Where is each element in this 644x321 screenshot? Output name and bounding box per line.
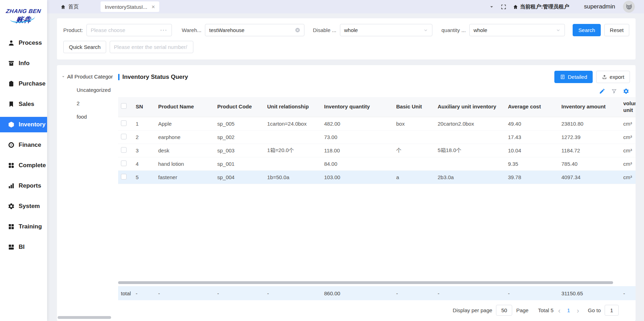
reset-button[interactable]: Reset <box>604 24 629 36</box>
row-checkbox-cell <box>118 144 133 157</box>
sidebar-item-purchase[interactable]: Purchase <box>0 76 47 92</box>
column-header[interactable]: Inventory quantity <box>321 97 393 117</box>
table-cell: 1184.72 <box>559 144 620 157</box>
sidebar-item-bi[interactable]: BI <box>0 239 47 255</box>
inventory-icon <box>8 121 15 128</box>
table-cell: 1箱=20.0个 <box>264 144 321 157</box>
disable-value: whole <box>344 27 421 33</box>
prev-page-button[interactable]: ‹ <box>558 307 561 314</box>
page-size-input[interactable] <box>496 305 512 316</box>
table-row[interactable]: 3desksp_0031箱=20.0个118.00个5箱18.0个10.0411… <box>118 144 636 157</box>
row-checkbox[interactable] <box>121 160 127 166</box>
clear-icon[interactable] <box>295 27 300 33</box>
table-cell: 2 <box>133 130 155 144</box>
page-title: Inventory Status Query <box>122 74 188 81</box>
sidebar-item-training[interactable]: Training <box>0 219 47 234</box>
tabs-dropdown-caret-icon[interactable] <box>489 4 494 10</box>
table-cell: 23810.80 <box>559 117 620 130</box>
info-icon <box>8 60 15 67</box>
tree-horizontal-scrollbar[interactable] <box>58 316 111 319</box>
column-header[interactable]: Product Name <box>155 97 214 117</box>
export-button[interactable]: export <box>596 71 630 83</box>
next-page-button[interactable]: › <box>576 307 580 314</box>
app-logo[interactable]: ZHANG BEN 账犇 <box>0 0 47 32</box>
table-row[interactable]: 1Applesp_0051carton=24.0box482.00box20ca… <box>118 117 636 130</box>
table-cell: 1 <box>133 117 155 130</box>
table-cell: 20carton2.0box <box>435 117 505 130</box>
table-cell: box <box>393 117 435 130</box>
total-cell: - <box>133 286 155 300</box>
chevron-down-icon <box>423 28 428 33</box>
filter-funnel-icon[interactable] <box>611 88 617 94</box>
total-cell: - <box>505 286 559 300</box>
table-cell: 785.40 <box>559 157 620 170</box>
sidebar-item-system[interactable]: System <box>0 199 47 214</box>
tree-item[interactable]: 2 <box>77 100 115 106</box>
current-page-button[interactable]: 1 <box>565 307 572 313</box>
total-cell: - <box>264 286 321 300</box>
sidebar-item-inventory[interactable]: Inventory <box>0 117 47 132</box>
table-cell: desk <box>155 144 214 157</box>
scrollbar-thumb[interactable] <box>118 281 613 284</box>
disable-label: Disable ... <box>313 27 336 33</box>
table-cell: 5 <box>133 170 155 184</box>
goto-page-input[interactable] <box>605 305 619 316</box>
table-cell: 482.00 <box>321 117 393 130</box>
sidebar-item-info[interactable]: Info <box>0 56 47 71</box>
ellipsis-icon[interactable]: ··· <box>160 27 168 33</box>
sidebar-item-finance[interactable]: Finance <box>0 137 47 153</box>
column-header[interactable]: Basic Unit <box>393 97 435 117</box>
row-checkbox[interactable] <box>121 120 127 126</box>
detailed-button[interactable]: Detailed <box>554 71 593 83</box>
sidebar-item-sales[interactable]: Sales <box>0 96 47 112</box>
column-header[interactable]: Product Code <box>214 97 264 117</box>
fullscreen-icon[interactable] <box>501 4 507 10</box>
table-row[interactable]: 5fastenersp_0041b=50.0a103.00a2b3.0a39.7… <box>118 170 636 184</box>
column-header[interactable]: Auxiliary unit inventory <box>435 97 505 117</box>
table-row[interactable]: 2earphonesp_00273.0017.431272.39cm³ <box>118 130 636 144</box>
column-header[interactable]: Unit relationship <box>264 97 321 117</box>
column-header[interactable]: Average cost <box>505 97 559 117</box>
table-header-row: SNProduct NameProduct CodeUnit relations… <box>118 97 636 117</box>
row-checkbox[interactable] <box>121 147 127 153</box>
tree-root[interactable]: All Product Categor <box>61 74 115 80</box>
logo-text-line1: ZHANG BEN <box>6 8 41 14</box>
tab-close-icon[interactable]: × <box>152 4 155 10</box>
username[interactable]: superadmin <box>584 3 615 10</box>
tree-item[interactable]: food <box>77 114 115 120</box>
search-button[interactable]: Search <box>573 24 601 36</box>
sidebar-item-process[interactable]: Process <box>0 35 47 51</box>
row-checkbox[interactable] <box>121 134 127 139</box>
table-horizontal-scrollbar[interactable] <box>118 281 629 284</box>
table-cell: cm³ <box>620 144 636 157</box>
row-checkbox[interactable] <box>121 174 127 180</box>
table-row[interactable]: 4hand lotionsp_00184.009.35785.40cm³ <box>118 157 636 170</box>
product-select[interactable]: Please choose ··· <box>86 24 172 36</box>
sidebar-item-complete[interactable]: Complete <box>0 158 47 173</box>
document-icon <box>560 74 565 80</box>
avatar[interactable] <box>623 1 635 13</box>
disable-select[interactable]: whole <box>340 24 432 36</box>
tab-inventory-status[interactable]: InventoryStatusI... × <box>101 1 159 12</box>
warehouse-select[interactable]: testWarehouse <box>205 24 304 36</box>
home-tab[interactable]: 首页 <box>60 4 79 10</box>
finance-icon <box>8 141 15 149</box>
table-cell: sp_003 <box>214 144 264 157</box>
edit-pen-icon[interactable] <box>599 88 605 94</box>
tree-item[interactable]: Uncategorized <box>77 87 115 93</box>
column-settings-gear-icon[interactable] <box>623 88 629 94</box>
quick-search-input[interactable] <box>110 41 193 53</box>
data-table-wrap: SNProduct NameProduct CodeUnit relations… <box>118 97 636 281</box>
tree-caret-icon[interactable] <box>61 75 65 79</box>
quantity-select[interactable]: whole <box>469 24 565 36</box>
table-cell <box>264 130 321 144</box>
sidebar-item-reports[interactable]: Reports <box>0 178 47 194</box>
column-header[interactable]: SN <box>133 97 155 117</box>
house-icon <box>513 4 518 10</box>
table-cell: 103.00 <box>321 170 393 184</box>
select-all-checkbox[interactable] <box>121 103 127 109</box>
quick-search-button[interactable]: Quick Search <box>63 41 106 53</box>
column-header[interactable]: volume unit <box>620 97 636 117</box>
column-header[interactable]: Inventory amount <box>559 97 620 117</box>
table-cell: sp_005 <box>214 117 264 130</box>
